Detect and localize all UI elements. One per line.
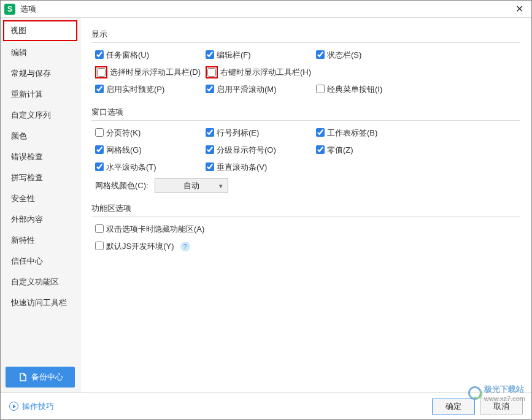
play-icon bbox=[9, 402, 18, 411]
sidebar-item[interactable]: 视图 bbox=[3, 20, 77, 41]
sidebar-item[interactable]: 外部内容 bbox=[1, 209, 80, 230]
option-checkbox[interactable]: 启用平滑滚动(M) bbox=[206, 82, 316, 97]
option-checkbox[interactable]: 默认JS开发环境(Y)? bbox=[95, 239, 520, 254]
checkbox-label: 分级显示符号(O) bbox=[217, 145, 276, 156]
section-display-title: 显示 bbox=[91, 26, 520, 43]
grid-color-combo[interactable]: 自动 bbox=[155, 178, 228, 193]
section-window-options: 窗口选项 分页符(K)行号列标(E)工作表标签(B)网格线(G)分级显示符号(O… bbox=[91, 104, 520, 193]
sidebar: 视图编辑常规与保存重新计算自定义序列颜色错误检查拼写检查安全性外部内容新特性信任… bbox=[1, 18, 80, 392]
grid-color-value: 自动 bbox=[183, 180, 199, 191]
checkbox-input[interactable] bbox=[95, 50, 104, 59]
checkbox-label: 选择时显示浮动工具栏(D) bbox=[110, 67, 201, 78]
checkbox-label: 水平滚动条(T) bbox=[106, 162, 156, 173]
sidebar-item[interactable]: 常规与保存 bbox=[1, 63, 80, 84]
checkbox-input[interactable] bbox=[207, 68, 216, 77]
checkbox-input[interactable] bbox=[95, 242, 104, 250]
checkbox-label: 行号列标(E) bbox=[217, 128, 259, 139]
checkbox-input[interactable] bbox=[95, 224, 104, 233]
checkbox-input[interactable] bbox=[95, 128, 104, 137]
options-dialog: S 选项 ✕ 视图编辑常规与保存重新计算自定义序列颜色错误检查拼写检查安全性外部… bbox=[0, 0, 532, 420]
option-checkbox[interactable]: 网格线(G) bbox=[95, 143, 206, 158]
section-window-title: 窗口选项 bbox=[91, 104, 520, 121]
checkbox-input[interactable] bbox=[316, 50, 325, 59]
sidebar-items: 视图编辑常规与保存重新计算自定义序列颜色错误检查拼写检查安全性外部内容新特性信任… bbox=[1, 18, 80, 362]
app-icon: S bbox=[4, 4, 15, 15]
sidebar-item[interactable]: 自定义序列 bbox=[1, 105, 80, 126]
sidebar-item[interactable]: 错误检查 bbox=[1, 147, 80, 167]
checkbox-label: 任务窗格(U) bbox=[106, 50, 149, 61]
checkbox-label: 垂直滚动条(V) bbox=[217, 162, 267, 173]
checkbox-label: 默认JS开发环境(Y) bbox=[106, 241, 174, 252]
sidebar-item[interactable]: 拼写检查 bbox=[1, 167, 80, 188]
help-icon[interactable]: ? bbox=[180, 242, 190, 251]
section-display: 显示 任务窗格(U)编辑栏(F)状态栏(S)选择时显示浮动工具栏(D)右键时显示… bbox=[91, 26, 520, 97]
checkbox-input[interactable] bbox=[95, 162, 104, 171]
option-checkbox[interactable]: 右键时显示浮动工具栏(H) bbox=[206, 65, 316, 80]
content-panel: 显示 任务窗格(U)编辑栏(F)状态栏(S)选择时显示浮动工具栏(D)右键时显示… bbox=[80, 18, 531, 392]
option-checkbox[interactable]: 垂直滚动条(V) bbox=[206, 160, 316, 175]
checkbox-label: 右键时显示浮动工具栏(H) bbox=[220, 67, 311, 78]
checkbox-input[interactable] bbox=[206, 128, 214, 137]
option-checkbox[interactable]: 选择时显示浮动工具栏(D) bbox=[95, 65, 206, 80]
checkbox-label: 分页符(K) bbox=[106, 128, 141, 139]
window-options-grid: 分页符(K)行号列标(E)工作表标签(B)网格线(G)分级显示符号(O)零值(Z… bbox=[95, 126, 520, 175]
option-checkbox[interactable]: 分级显示符号(O) bbox=[206, 143, 316, 158]
window-title: 选项 bbox=[20, 4, 511, 15]
checkbox-label: 启用实时预览(P) bbox=[106, 84, 164, 95]
ok-button[interactable]: 确定 bbox=[432, 399, 475, 414]
document-icon bbox=[18, 372, 28, 382]
display-options-grid: 任务窗格(U)编辑栏(F)状态栏(S)选择时显示浮动工具栏(D)右键时显示浮动工… bbox=[95, 48, 520, 97]
checkbox-label: 网格线(G) bbox=[106, 145, 142, 156]
checkbox-input[interactable] bbox=[95, 145, 104, 154]
checkbox-input[interactable] bbox=[97, 68, 106, 77]
option-checkbox[interactable]: 行号列标(E) bbox=[206, 126, 316, 140]
checkbox-label: 工作表标签(B) bbox=[327, 128, 377, 139]
tips-link[interactable]: 操作技巧 bbox=[9, 401, 54, 412]
cancel-button[interactable]: 取消 bbox=[480, 399, 523, 414]
option-checkbox[interactable]: 编辑栏(F) bbox=[206, 48, 316, 63]
option-checkbox[interactable]: 经典菜单按钮(I) bbox=[316, 82, 426, 97]
grid-color-label: 网格线颜色(C): bbox=[95, 180, 148, 191]
sidebar-item[interactable]: 编辑 bbox=[1, 42, 80, 63]
checkbox-label: 零值(Z) bbox=[327, 145, 353, 156]
sidebar-item[interactable]: 信任中心 bbox=[1, 251, 80, 272]
grid-color-row: 网格线颜色(C): 自动 bbox=[95, 178, 520, 193]
backup-center-button[interactable]: 备份中心 bbox=[6, 367, 75, 388]
sidebar-item[interactable]: 重新计算 bbox=[1, 84, 80, 105]
sidebar-item[interactable]: 新特性 bbox=[1, 230, 80, 251]
checkbox-input[interactable] bbox=[316, 85, 325, 93]
sidebar-item[interactable]: 颜色 bbox=[1, 126, 80, 147]
checkbox-input[interactable] bbox=[206, 162, 214, 171]
backup-label: 备份中心 bbox=[31, 372, 63, 383]
dialog-body: 视图编辑常规与保存重新计算自定义序列颜色错误检查拼写检查安全性外部内容新特性信任… bbox=[1, 18, 531, 392]
checkbox-input[interactable] bbox=[206, 50, 214, 59]
section-ribbon-title: 功能区选项 bbox=[91, 200, 520, 217]
sidebar-item[interactable]: 自定义功能区 bbox=[1, 272, 80, 292]
checkbox-input[interactable] bbox=[316, 145, 325, 154]
checkbox-label: 双击选项卡时隐藏功能区(A) bbox=[106, 224, 204, 235]
checkbox-label: 启用平滑滚动(M) bbox=[217, 84, 277, 95]
sidebar-item[interactable]: 快速访问工具栏 bbox=[1, 292, 80, 313]
option-checkbox[interactable]: 任务窗格(U) bbox=[95, 48, 206, 63]
checkbox-label: 状态栏(S) bbox=[327, 50, 361, 61]
option-checkbox[interactable]: 工作表标签(B) bbox=[316, 126, 426, 140]
option-checkbox[interactable]: 双击选项卡时隐藏功能区(A) bbox=[95, 222, 520, 237]
checkbox-input[interactable] bbox=[95, 85, 104, 93]
option-checkbox[interactable]: 状态栏(S) bbox=[316, 48, 426, 63]
option-checkbox[interactable]: 启用实时预览(P) bbox=[95, 82, 206, 97]
option-checkbox[interactable]: 水平滚动条(T) bbox=[95, 160, 206, 175]
ribbon-options-list: 双击选项卡时隐藏功能区(A)默认JS开发环境(Y)? bbox=[95, 222, 520, 254]
checkbox-label: 编辑栏(F) bbox=[217, 50, 251, 61]
tips-label: 操作技巧 bbox=[22, 401, 54, 412]
checkbox-input[interactable] bbox=[206, 145, 214, 154]
titlebar: S 选项 ✕ bbox=[1, 1, 531, 18]
section-ribbon-options: 功能区选项 双击选项卡时隐藏功能区(A)默认JS开发环境(Y)? bbox=[91, 200, 520, 254]
checkbox-label: 经典菜单按钮(I) bbox=[327, 84, 382, 95]
option-checkbox[interactable]: 分页符(K) bbox=[95, 126, 206, 140]
footer: 操作技巧 确定 取消 bbox=[1, 392, 531, 419]
sidebar-item[interactable]: 安全性 bbox=[1, 188, 80, 209]
close-icon[interactable]: ✕ bbox=[511, 3, 528, 15]
option-checkbox[interactable]: 零值(Z) bbox=[316, 143, 426, 158]
checkbox-input[interactable] bbox=[206, 85, 214, 93]
checkbox-input[interactable] bbox=[316, 128, 325, 137]
